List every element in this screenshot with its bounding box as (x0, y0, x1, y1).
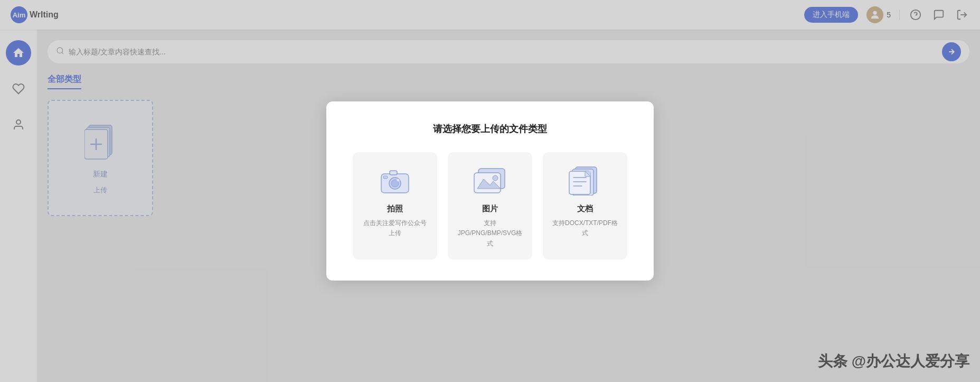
modal: 请选择您要上传的文件类型 (326, 101, 654, 281)
document-icon (567, 165, 604, 197)
option-image[interactable]: 图片 支持JPG/PNG/BMP/SVG格式 (448, 152, 532, 259)
photo-name: 拍照 (387, 204, 403, 214)
option-photo[interactable]: 拍照 点击关注爱写作公众号上传 (353, 152, 437, 259)
photo-icon (376, 165, 413, 197)
svg-point-18 (397, 179, 400, 182)
modal-title: 请选择您要上传的文件类型 (353, 123, 627, 135)
svg-point-21 (493, 175, 498, 181)
option-document[interactable]: 文档 支持DOCX/TXT/PDF格式 (543, 152, 627, 259)
image-desc: 支持JPG/PNG/BMP/SVG格式 (456, 218, 524, 249)
image-icon (472, 165, 508, 197)
document-name: 文档 (577, 204, 593, 214)
modal-options: 拍照 点击关注爱写作公众号上传 图片 (353, 152, 627, 259)
modal-overlay: 请选择您要上传的文件类型 (0, 0, 980, 382)
svg-rect-17 (383, 176, 388, 179)
photo-desc: 点击关注爱写作公众号上传 (361, 218, 429, 238)
svg-rect-16 (390, 171, 397, 175)
document-desc: 支持DOCX/TXT/PDF格式 (551, 218, 619, 238)
image-name: 图片 (482, 204, 498, 214)
